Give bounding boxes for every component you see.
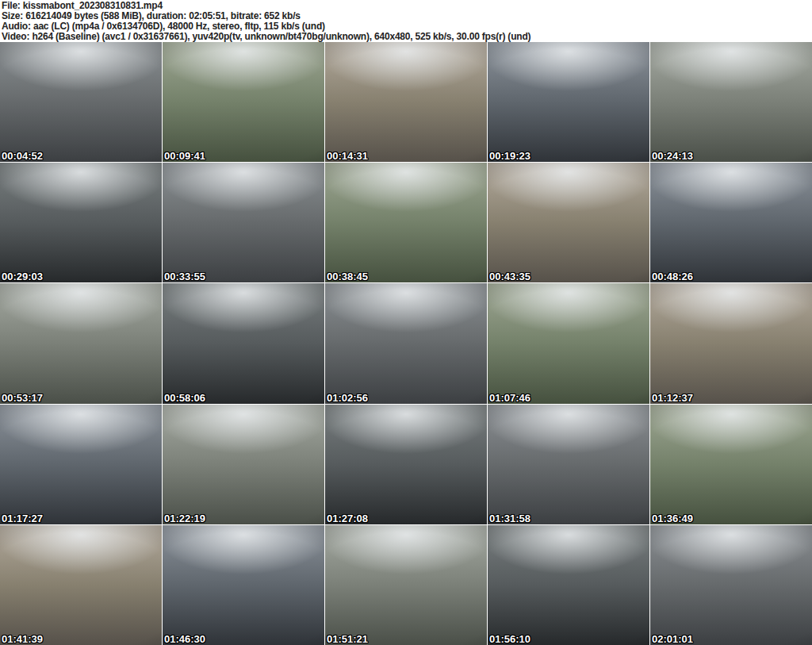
video-thumbnail: 00:04:52 (0, 42, 162, 162)
timestamp-overlay: 00:19:23 (489, 150, 530, 162)
thumbnail-sheet: File: kissmabont_202308310831.mp4 Size: … (0, 0, 812, 645)
video-thumbnail: 01:36:49 (650, 405, 812, 524)
metadata-header: File: kissmabont_202308310831.mp4 Size: … (0, 0, 812, 42)
video-thumbnail: 02:01:01 (650, 525, 812, 645)
video-thumbnail: 00:24:13 (650, 42, 812, 162)
timestamp-overlay: 01:41:39 (2, 633, 43, 645)
metadata-line-video: Video: h264 (Baseline) (avc1 / 0x3163766… (2, 32, 812, 42)
video-thumbnail: 00:48:26 (650, 163, 812, 282)
video-thumbnail: 00:14:31 (325, 42, 487, 162)
timestamp-overlay: 01:07:46 (489, 392, 530, 404)
timestamp-overlay: 00:43:35 (489, 271, 530, 282)
timestamp-overlay: 00:09:41 (164, 150, 205, 162)
video-thumbnail: 01:12:37 (650, 283, 812, 403)
video-thumbnail: 01:27:08 (325, 405, 487, 524)
timestamp-overlay: 00:38:45 (327, 271, 368, 282)
video-thumbnail: 01:56:10 (488, 525, 649, 645)
video-thumbnail: 00:38:45 (325, 163, 487, 282)
video-thumbnail: 00:29:03 (0, 163, 162, 282)
timestamp-overlay: 01:02:56 (327, 392, 368, 404)
timestamp-overlay: 01:27:08 (327, 513, 368, 524)
timestamp-overlay: 02:01:01 (652, 633, 693, 645)
timestamp-overlay: 01:36:49 (652, 513, 693, 524)
timestamp-overlay: 00:14:31 (327, 150, 368, 162)
video-thumbnail: 00:58:06 (163, 283, 324, 403)
video-thumbnail: 00:43:35 (488, 163, 649, 282)
video-thumbnail: 00:33:55 (163, 163, 324, 282)
timestamp-overlay: 00:58:06 (164, 392, 205, 404)
timestamp-overlay: 00:04:52 (2, 150, 43, 162)
timestamp-overlay: 00:53:17 (2, 392, 43, 404)
video-thumbnail: 01:07:46 (488, 283, 649, 403)
video-thumbnail: 01:41:39 (0, 525, 162, 645)
video-thumbnail: 01:17:27 (0, 405, 162, 524)
timestamp-overlay: 00:24:13 (652, 150, 693, 162)
video-thumbnail: 01:46:30 (163, 525, 324, 645)
timestamp-overlay: 01:51:21 (327, 633, 368, 645)
video-thumbnail: 01:51:21 (325, 525, 487, 645)
video-thumbnail: 00:09:41 (163, 42, 324, 162)
video-thumbnail: 00:53:17 (0, 283, 162, 403)
video-thumbnail: 01:31:58 (488, 405, 649, 524)
video-thumbnail: 01:22:19 (163, 405, 324, 524)
timestamp-overlay: 00:48:26 (652, 271, 693, 282)
video-thumbnail: 00:19:23 (488, 42, 649, 162)
timestamp-overlay: 01:12:37 (652, 392, 693, 404)
timestamp-overlay: 00:29:03 (2, 271, 43, 282)
timestamp-overlay: 01:46:30 (164, 633, 205, 645)
video-thumbnail: 01:02:56 (325, 283, 487, 403)
thumbnail-grid: 00:04:52 00:09:41 00:14:31 00:19:23 00:2… (0, 42, 812, 645)
timestamp-overlay: 01:31:58 (489, 513, 530, 524)
timestamp-overlay: 01:22:19 (164, 513, 205, 524)
timestamp-overlay: 01:17:27 (2, 513, 43, 524)
timestamp-overlay: 00:33:55 (164, 271, 205, 282)
timestamp-overlay: 01:56:10 (489, 633, 530, 645)
